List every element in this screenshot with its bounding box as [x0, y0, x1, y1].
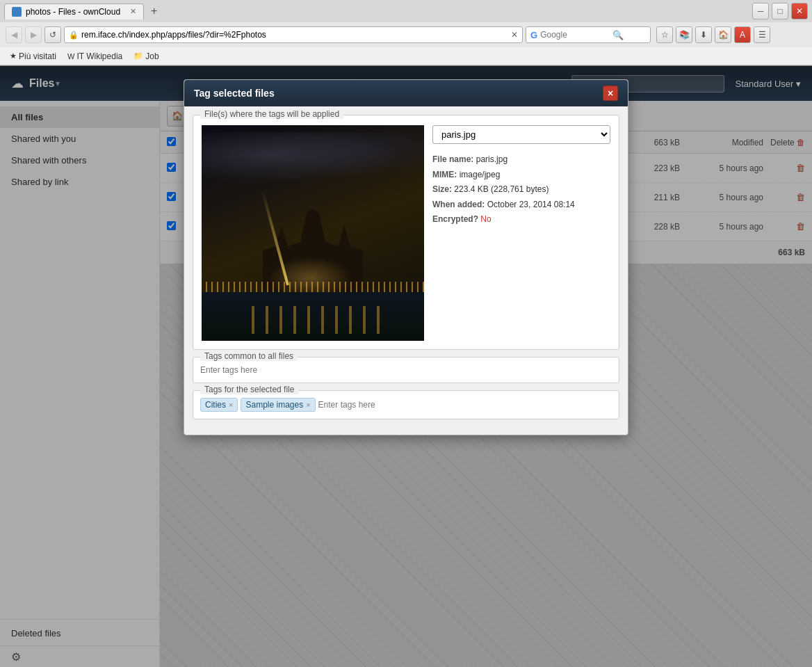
- selected-tags-section: Tags for the selected file Cities × Samp…: [193, 390, 619, 419]
- file-size-value: 223.4 KB (228,761 bytes): [454, 184, 549, 194]
- bookmark-label: IT Wikipedia: [76, 51, 122, 61]
- browser-controls: ◀ ▶ ↺ 🔒 rem.iface.ch/index.php/apps/file…: [0, 22, 812, 47]
- bookmark-label: Job: [145, 51, 159, 61]
- modal-header: Tag selected files ×: [184, 80, 628, 106]
- tab-title: photos - Files - ownCloud: [26, 7, 120, 17]
- modal-overlay: Tag selected files × File(s) where the t…: [0, 65, 812, 667]
- common-tags-section: Tags common to all files: [193, 357, 619, 383]
- download-button[interactable]: ⬇: [695, 26, 712, 43]
- tag-chip-sample-images: Sample images ×: [241, 398, 315, 412]
- browser-tab[interactable]: photos - Files - ownCloud ✕: [4, 3, 144, 19]
- new-tab-button[interactable]: +: [147, 5, 161, 17]
- file-size-label: Size:: [432, 184, 452, 194]
- refresh-button[interactable]: ↺: [44, 26, 61, 43]
- bookmark-job[interactable]: 📁 Job: [129, 50, 163, 63]
- file-info-added-row: When added: October 23, 2014 08:14: [432, 198, 610, 213]
- bookmarks-bar-button[interactable]: 📚: [676, 26, 692, 43]
- paris-image: [202, 125, 424, 341]
- browser-chrome: photos - Files - ownCloud ✕ + ─ □ ✕ ◀ ▶ …: [0, 0, 812, 66]
- file-dropdown-container[interactable]: paris.jpg berlin.jpg london.jpg: [432, 125, 610, 144]
- files-section: File(s) where the tags will be applied: [193, 115, 619, 350]
- bookmarks-bar: ★ Più visitati W IT Wikipedia 📁 Job: [0, 47, 812, 65]
- files-section-content: paris.jpg berlin.jpg london.jpg File nam…: [193, 115, 619, 349]
- file-info-size-row: Size: 223.4 KB (228,761 bytes): [432, 182, 610, 198]
- file-encrypted-value: No: [480, 214, 491, 224]
- tab-close-button[interactable]: ✕: [130, 7, 136, 16]
- address-input[interactable]: rem.iface.ch/index.php/apps/files/?dir=%…: [81, 30, 508, 40]
- bookmark-piu-visitati[interactable]: ★ Più visitati: [6, 50, 60, 63]
- bookmark-wikipedia[interactable]: W IT Wikipedia: [63, 50, 127, 63]
- bookmark-folder-icon: 📁: [133, 51, 143, 61]
- bookmark-wiki-icon: W: [67, 52, 74, 61]
- tag-chip-remove-sample-images[interactable]: ×: [306, 401, 310, 409]
- selected-tags-legend: Tags for the selected file: [200, 385, 298, 394]
- file-info-table: File name: paris.jpg MIME: image/jpeg Si…: [432, 152, 610, 227]
- file-select-dropdown[interactable]: paris.jpg berlin.jpg london.jpg: [432, 125, 610, 144]
- address-bar[interactable]: 🔒 rem.iface.ch/index.php/apps/files/?dir…: [64, 26, 523, 43]
- tag-files-modal: Tag selected files × File(s) where the t…: [184, 79, 628, 435]
- forward-button[interactable]: ▶: [25, 26, 42, 43]
- file-mime-label: MIME:: [432, 170, 457, 179]
- bookmarks-star-button[interactable]: ☆: [656, 26, 673, 43]
- files-section-legend: File(s) where the tags will be applied: [200, 109, 343, 119]
- file-preview-image: [202, 125, 424, 341]
- cloud-overlay: [202, 132, 424, 188]
- common-tags-input-area[interactable]: [193, 357, 619, 383]
- search-bar[interactable]: G 🔍: [526, 26, 651, 43]
- file-name-value: paris.jpg: [476, 154, 508, 164]
- file-added-value: October 23, 2014 08:14: [487, 200, 575, 209]
- menu-button[interactable]: ☰: [754, 26, 770, 43]
- google-icon: G: [530, 30, 537, 40]
- window-restore-button[interactable]: □: [772, 3, 788, 19]
- file-selector-area: paris.jpg berlin.jpg london.jpg File nam…: [202, 125, 610, 341]
- water-lights: [246, 306, 380, 334]
- modal-title: Tag selected files: [194, 88, 275, 99]
- selected-tags-input-area[interactable]: Cities × Sample images ×: [193, 391, 619, 419]
- tab-favicon: [12, 7, 22, 17]
- search-submit-icon[interactable]: 🔍: [612, 30, 624, 40]
- address-lock-icon: 🔒: [69, 31, 79, 40]
- selected-tags-input[interactable]: [318, 400, 612, 410]
- common-tags-input[interactable]: [200, 365, 612, 375]
- tag-chip-label: Cities: [205, 400, 226, 410]
- file-info-name-row: File name: paris.jpg: [432, 152, 610, 168]
- addon-button[interactable]: A: [734, 26, 751, 43]
- tag-chip-label: Sample images: [245, 400, 303, 410]
- file-name-label: File name:: [432, 154, 473, 164]
- tag-chip-remove-cities[interactable]: ×: [229, 401, 233, 409]
- bookmark-label: Più visitati: [19, 51, 56, 61]
- address-reload-icon[interactable]: ✕: [511, 30, 518, 40]
- home-button[interactable]: 🏠: [715, 26, 731, 43]
- file-info-mime-row: MIME: image/jpeg: [432, 168, 610, 183]
- file-encrypted-label: Encrypted?: [432, 214, 478, 224]
- bookmark-star-icon: ★: [10, 51, 17, 61]
- modal-body: File(s) where the tags will be applied: [184, 106, 628, 435]
- file-info-panel: paris.jpg berlin.jpg london.jpg File nam…: [432, 125, 610, 227]
- common-tags-legend: Tags common to all files: [200, 351, 298, 361]
- search-input[interactable]: [540, 30, 610, 40]
- browser-action-buttons: ☆ 📚 ⬇ 🏠 A ☰: [656, 26, 770, 43]
- window-minimize-button[interactable]: ─: [752, 3, 769, 19]
- file-mime-value: image/jpeg: [460, 170, 501, 179]
- tag-chip-cities: Cities ×: [200, 398, 238, 412]
- browser-title-bar: photos - Files - ownCloud ✕ + ─ □ ✕: [0, 0, 812, 22]
- modal-close-button[interactable]: ×: [603, 86, 618, 101]
- back-button[interactable]: ◀: [6, 26, 22, 43]
- file-info-encrypted-row: Encrypted? No: [432, 212, 610, 227]
- file-added-label: When added:: [432, 200, 485, 209]
- window-close-button[interactable]: ✕: [791, 3, 808, 19]
